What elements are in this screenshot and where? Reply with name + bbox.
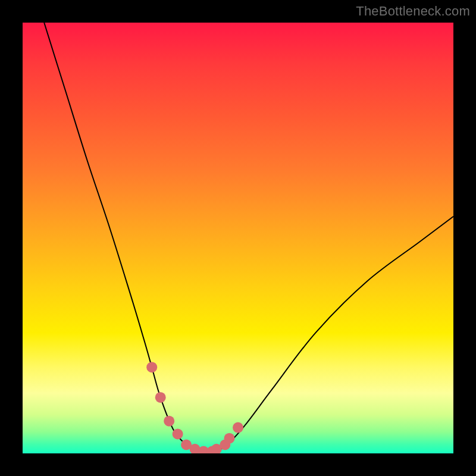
critical-marker bbox=[164, 416, 174, 427]
critical-marker bbox=[233, 422, 243, 433]
critical-markers bbox=[146, 362, 243, 453]
critical-marker bbox=[146, 362, 157, 372]
bottleneck-curve bbox=[44, 23, 453, 452]
chart-svg bbox=[23, 23, 453, 453]
critical-marker bbox=[173, 428, 183, 439]
plot-area bbox=[23, 23, 453, 453]
chart-frame: TheBottleneck.com bbox=[0, 0, 476, 476]
critical-marker bbox=[224, 433, 235, 444]
watermark-text: TheBottleneck.com bbox=[356, 4, 470, 19]
critical-marker bbox=[155, 392, 166, 403]
